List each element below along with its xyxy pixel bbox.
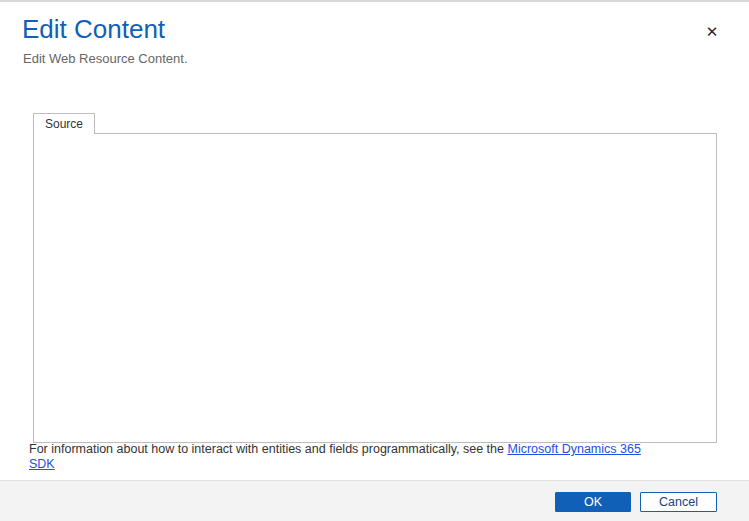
tab-source[interactable]: Source (33, 113, 95, 134)
page-subtitle: Edit Web Resource Content. (23, 51, 188, 66)
footer-text: For information about how to interact wi… (29, 442, 507, 456)
cancel-button[interactable]: Cancel (640, 492, 717, 512)
sdk-footer-note: For information about how to interact wi… (29, 442, 719, 472)
close-icon[interactable]: ✕ (700, 20, 724, 44)
page-title: Edit Content (22, 14, 165, 45)
button-bar: OK Cancel (0, 480, 749, 521)
source-panel (33, 133, 717, 443)
ok-button[interactable]: OK (555, 492, 631, 512)
edit-content-dialog: Edit Content Edit Web Resource Content. … (0, 0, 749, 521)
